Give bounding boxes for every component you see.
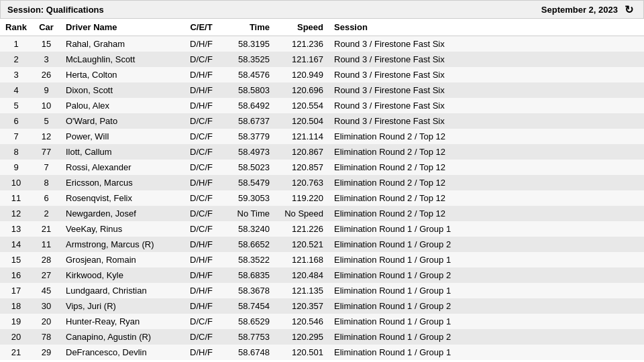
cell-cet: D/H/F <box>181 252 221 267</box>
cell-driver: Hunter-Reay, Ryan <box>60 314 181 329</box>
cell-time: 58.7753 <box>221 329 275 345</box>
cell-session: Elimination Round 2 / Top 12 <box>329 175 644 190</box>
cell-rank: 4 <box>0 82 32 98</box>
col-speed: Speed <box>275 19 329 36</box>
cell-driver: Herta, Colton <box>60 67 181 82</box>
col-driver: Driver Name <box>60 19 181 36</box>
cell-driver: Canapino, Agustin (R) <box>60 329 181 345</box>
cell-rank: 19 <box>0 314 32 329</box>
cell-car: 20 <box>32 314 60 329</box>
cell-cet: D/H/F <box>181 298 221 314</box>
cell-car: 10 <box>32 98 60 113</box>
cell-speed: 120.857 <box>275 160 329 175</box>
cell-rank: 12 <box>0 206 32 221</box>
cell-time: 58.6835 <box>221 267 275 283</box>
cell-car: 30 <box>32 298 60 314</box>
table-row: 1528Grosjean, RomainD/H/F58.3522121.168E… <box>0 252 644 267</box>
cell-driver: Dixon, Scott <box>60 82 181 98</box>
cell-rank: 15 <box>0 252 32 267</box>
cell-rank: 16 <box>0 267 32 283</box>
cell-driver: VeeKay, Rinus <box>60 221 181 237</box>
cell-cet: D/H/F <box>181 283 221 298</box>
cell-time: 58.5803 <box>221 82 275 98</box>
cell-session: Elimination Round 1 / Group 1 <box>329 345 644 360</box>
cell-cet: D/H/F <box>181 267 221 283</box>
col-session: Session <box>329 19 644 36</box>
cell-session: Elimination Round 1 / Group 1 <box>329 252 644 267</box>
cell-time: 58.3195 <box>221 36 275 52</box>
cell-speed: 120.554 <box>275 98 329 113</box>
cell-session: Round 3 / Firestone Fast Six <box>329 82 644 98</box>
cell-speed: 120.546 <box>275 314 329 329</box>
cell-driver: Lundgaard, Christian <box>60 283 181 298</box>
table-row: 1830Vips, Juri (R)D/H/F58.7454120.357Eli… <box>0 298 644 314</box>
cell-time: 58.5479 <box>221 175 275 190</box>
cell-cet: D/H/F <box>181 67 221 82</box>
cell-driver: Power, Will <box>60 129 181 144</box>
cell-speed: No Speed <box>275 206 329 221</box>
cell-car: 11 <box>32 237 60 252</box>
cell-cet: D/H/F <box>181 98 221 113</box>
cell-session: Round 3 / Firestone Fast Six <box>329 113 644 129</box>
cell-time: 58.3779 <box>221 129 275 144</box>
table-row: 122Newgarden, JosefD/C/FNo TimeNo SpeedE… <box>0 206 644 221</box>
cell-rank: 10 <box>0 175 32 190</box>
cell-time: 58.3522 <box>221 252 275 267</box>
cell-car: 8 <box>32 175 60 190</box>
cell-rank: 17 <box>0 283 32 298</box>
cell-car: 28 <box>32 252 60 267</box>
cell-cet: D/C/F <box>181 206 221 221</box>
cell-cet: D/H/F <box>181 345 221 360</box>
cell-speed: 120.763 <box>275 175 329 190</box>
table-row: 2078Canapino, Agustin (R)D/C/F58.7753120… <box>0 329 644 345</box>
cell-cet: D/H/F <box>181 237 221 252</box>
cell-cet: D/H/F <box>181 82 221 98</box>
cell-car: 5 <box>32 113 60 129</box>
refresh-icon[interactable]: ↻ <box>625 3 637 15</box>
cell-time: 58.6529 <box>221 314 275 329</box>
cell-car: 9 <box>32 82 60 98</box>
cell-time: 58.4576 <box>221 67 275 82</box>
cell-time: 58.6748 <box>221 345 275 360</box>
cell-cet: D/H/F <box>181 175 221 190</box>
cell-car: 2 <box>32 206 60 221</box>
cell-time: 58.3240 <box>221 221 275 237</box>
cell-car: 3 <box>32 52 60 67</box>
cell-driver: DeFrancesco, Devlin <box>60 345 181 360</box>
cell-rank: 3 <box>0 67 32 82</box>
cell-car: 15 <box>32 36 60 52</box>
cell-speed: 120.501 <box>275 345 329 360</box>
session-label: Session: Qualifications <box>7 5 104 15</box>
table-row: 97Rossi, AlexanderD/C/F58.5023120.857Eli… <box>0 160 644 175</box>
cell-speed: 121.236 <box>275 36 329 52</box>
cell-speed: 121.226 <box>275 221 329 237</box>
table-row: 326Herta, ColtonD/H/F58.4576120.949Round… <box>0 67 644 82</box>
cell-session: Elimination Round 1 / Group 2 <box>329 298 644 314</box>
cell-session: Elimination Round 1 / Group 2 <box>329 267 644 283</box>
cell-driver: Vips, Juri (R) <box>60 298 181 314</box>
cell-time: 58.3678 <box>221 283 275 298</box>
cell-speed: 120.867 <box>275 144 329 160</box>
table-row: 115Rahal, GrahamD/H/F58.3195121.236Round… <box>0 36 644 52</box>
cell-driver: Rosenqvist, Felix <box>60 190 181 206</box>
cell-rank: 18 <box>0 298 32 314</box>
cell-session: Round 3 / Firestone Fast Six <box>329 98 644 113</box>
cell-session: Elimination Round 1 / Group 1 <box>329 314 644 329</box>
cell-driver: Ilott, Callum <box>60 144 181 160</box>
results-table: Rank Car Driver Name C/E/T Time Speed Se… <box>0 19 644 360</box>
table-row: 65O'Ward, PatoD/C/F58.6737120.504Round 3… <box>0 113 644 129</box>
cell-car: 78 <box>32 329 60 345</box>
table-row: 510Palou, AlexD/H/F58.6492120.554Round 3… <box>0 98 644 113</box>
cell-cet: D/C/F <box>181 113 221 129</box>
cell-session: Elimination Round 1 / Group 1 <box>329 283 644 298</box>
cell-car: 21 <box>32 221 60 237</box>
table-row: 1627Kirkwood, KyleD/H/F58.6835120.484Eli… <box>0 267 644 283</box>
cell-rank: 5 <box>0 98 32 113</box>
cell-time: 58.6737 <box>221 113 275 129</box>
table-row: 877Ilott, CallumD/C/F58.4973120.867Elimi… <box>0 144 644 160</box>
cell-session: Round 3 / Firestone Fast Six <box>329 36 644 52</box>
table-body: 115Rahal, GrahamD/H/F58.3195121.236Round… <box>0 36 644 361</box>
col-cet: C/E/T <box>181 19 221 36</box>
cell-session: Elimination Round 2 / Top 12 <box>329 190 644 206</box>
cell-cet: D/C/F <box>181 144 221 160</box>
